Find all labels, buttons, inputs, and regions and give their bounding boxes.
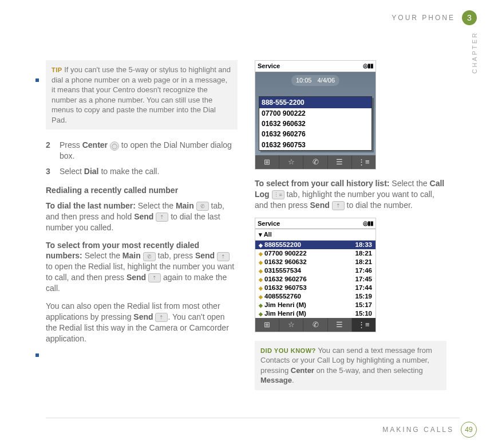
ss-calllog-filter: ▾ All [255,229,376,241]
send-key-icon: ⇡ [155,313,168,322]
ss-service-label: Service [258,62,280,70]
favorites-tab-icon: ☆ [279,155,303,169]
footer-rule [46,418,460,418]
step-number: 2 [46,140,53,162]
right-column: Service ◎▮▮ 10:05 4/4/06 888-555-2200 07… [255,60,446,400]
tip-label: TIP [52,66,62,73]
page-header: YOUR PHONE 3 [392,10,477,25]
calllog-tab-icon: ⋮≡ [352,155,376,169]
left-column: TIP If you can't use the 5-way or stylus… [46,60,238,400]
phone-tab-icon: ✆ [196,202,209,211]
ss-signal-icon: ◎▮▮ [363,219,373,228]
footer-title: MAKING CALLS [382,426,454,434]
ss-calllog-row: ◆01632 96027617:45 [255,275,376,284]
send-key-icon: ⇡ [332,201,345,210]
chapter-side-label: CHAPTER [471,32,478,74]
ss-service-label: Service [258,219,280,228]
ss-calllog-list: ◆888555220018:33◆07700 90022218:21◆01632… [255,241,376,317]
step-text: Press Center ◯ to open the Dial Number d… [60,140,238,162]
ss-redial-selected: 888-555-2200 [259,97,372,108]
tip-text: If you can't use the 5-way or stylus to … [52,65,231,124]
ss-calllog-row: ◆01632 96063218:21 [255,258,376,266]
step-text: Select Dial to make the call. [60,166,238,177]
ss-calllog-row: ◆01632 96075317:44 [255,284,376,292]
ss-wallpaper: 10:05 4/4/06 888-555-2200 07700 900222 0… [255,72,376,155]
step-number: 3 [46,166,53,177]
ss-clock: 10:05 4/4/06 [291,75,339,86]
phone-tab-icon: ✆ [143,252,156,261]
send-key-label: Send [134,212,153,221]
step-3: 3 Select Dial to make the call. [46,166,238,177]
did-you-know-box: DID YOU KNOW? You can send a text messag… [255,341,446,390]
margin-mark [35,353,39,357]
para-call-history: To select from your call history list: S… [255,178,446,211]
send-key-icon: ⇡ [156,213,168,222]
ss-status-bar: Service ◎▮▮ [255,61,376,72]
main-tab-icon: ✆ [303,318,327,332]
center-key-label: Center [82,140,108,150]
label-call-history: To select from your call history list: [255,179,389,188]
chapter-number-badge: 3 [462,10,477,25]
favorites-tab-icon: ☆ [279,318,303,332]
content-columns: TIP If you can't use the 5-way or stylus… [46,60,446,400]
subhead-redialing: Redialing a recently called number [46,185,238,196]
ss-redial-popup: 888-555-2200 07700 900222 01632 960632 0… [259,96,372,151]
ss-redial-row: 01632 960632 [259,119,372,129]
center-button-icon: ◯ [110,142,119,151]
dialpad-tab-icon: ⊞ [255,318,279,332]
contacts-tab-icon: ☰ [328,155,352,169]
page-number-badge: 49 [461,422,477,438]
ss-tab-bar: ⊞ ☆ ✆ ☰ ⋮≡ [255,318,376,332]
ss-status-bar: Service ◎▮▮ [255,218,376,230]
center-key-label: Center [291,366,314,375]
contacts-tab-icon: ☰ [328,318,352,332]
main-tab-icon: ✆ [303,155,327,169]
calllog-tab-icon: ⋮≡ [352,318,376,332]
para-last-number: To dial the last number: Select the Main… [46,201,238,233]
ss-calllog-row: ◆Jim Henri (M)15:10 [255,309,376,318]
screenshot-call-log: Service ◎▮▮ ▾ All ◆888555220018:33◆07700… [255,218,376,332]
ss-redial-row: 07700 900222 [259,108,372,119]
page-footer: MAKING CALLS 49 [382,422,477,438]
did-you-know-label: DID YOU KNOW? [260,347,316,354]
send-key-label: Send [127,273,146,282]
ss-calllog-row: ◆07700 90022218:21 [255,249,376,258]
main-tab-label: Main [122,251,141,260]
tip-box: TIP If you can't use the 5-way or stylus… [46,60,238,129]
ss-time: 10:05 [296,76,312,85]
label-dial-last: To dial the last number: [46,201,136,210]
send-key-icon: ⇡ [217,252,230,261]
para-redial-note: You can also open the Redial list from m… [46,301,238,344]
ss-calllog-row: ◆888555220018:33 [255,241,376,249]
send-key-label: Send [133,312,153,321]
ss-calllog-body: ▾ All ◆888555220018:33◆07700 90022218:21… [255,229,376,317]
para-recent-numbers: To select from your most recently dialed… [46,240,238,294]
ss-date: 4/4/06 [317,76,335,85]
ss-redial-row: 01632 960753 [259,140,372,150]
ss-calllog-row: ◆408555276015:19 [255,292,376,301]
header-title: YOUR PHONE [392,14,455,22]
send-key-label: Send [195,251,215,260]
calllog-tab-icon: ⋮≡ [272,190,284,199]
screenshot-dialpad-redial: Service ◎▮▮ 10:05 4/4/06 888-555-2200 07… [255,60,376,170]
main-tab-label: Main [176,201,194,210]
dialpad-tab-icon: ⊞ [255,155,279,169]
ss-tab-bar: ⊞ ☆ ✆ ☰ ⋮≡ [255,155,376,169]
ss-calllog-row: ◆Jim Henri (M)15:17 [255,301,376,309]
message-label: Message [260,376,292,384]
send-key-icon: ⇡ [148,273,161,282]
step-2: 2 Press Center ◯ to open the Dial Number… [46,140,238,162]
margin-mark [35,78,39,82]
ss-redial-row: 01632 960276 [259,129,372,139]
ss-calllog-row: ◆031555753417:46 [255,266,376,275]
ss-signal-icon: ◎▮▮ [363,62,373,70]
send-key-label: Send [310,201,330,210]
dial-label: Dial [84,167,99,176]
